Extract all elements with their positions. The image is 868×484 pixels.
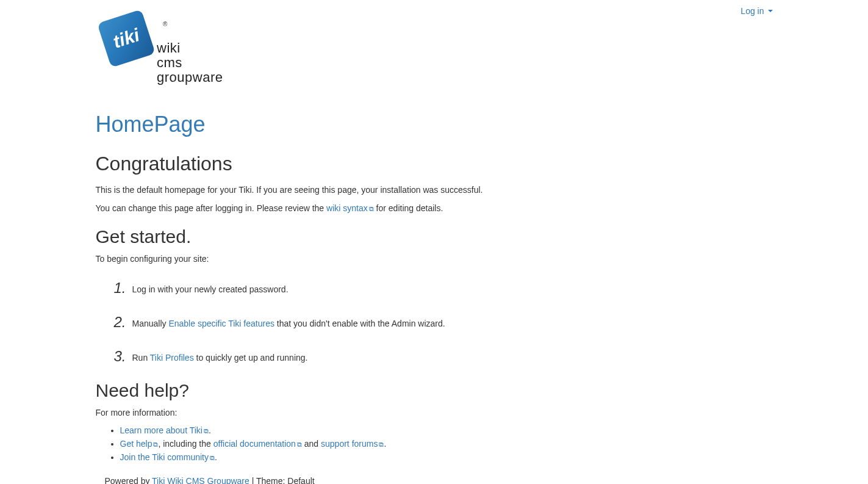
text-fragment: Powered by [105, 476, 152, 484]
tiki-profiles-link[interactable]: Tiki Profiles [150, 353, 194, 363]
external-link-icon: ⧉ [204, 427, 209, 436]
text-fragment: that you didn't enable with the Admin wi… [274, 319, 445, 328]
enable-features-link[interactable]: Enable specific Tiki features [168, 319, 274, 328]
getstarted-intro: To begin configuring your site: [96, 253, 773, 265]
external-link-icon: ⧉ [369, 204, 374, 214]
login-label: Log in [741, 6, 764, 16]
support-forums-link[interactable]: support forums⧉ [321, 439, 384, 449]
text-fragment: , including the [158, 439, 213, 449]
text-fragment: . [384, 439, 386, 449]
external-link-icon: ⧉ [210, 453, 215, 463]
main-content: Congratulations This is the default home… [96, 153, 773, 484]
help-item: Learn more about Tiki⧉. [120, 425, 773, 437]
congrats-heading: Congratulations [96, 153, 773, 175]
login-dropdown[interactable]: Log in [741, 6, 772, 16]
learn-more-link[interactable]: Learn more about Tiki⧉ [120, 425, 209, 435]
help-heading: Need help? [96, 380, 773, 401]
svg-text:groupware: groupware [157, 70, 223, 85]
svg-text:®: ® [163, 21, 168, 27]
external-link-icon: ⧉ [297, 440, 302, 449]
join-community-link[interactable]: Join the Tiki community⧉ [120, 452, 215, 462]
congrats-text-2: You can change this page after logging i… [96, 203, 773, 215]
congrats-text-1: This is the default homepage for your Ti… [96, 184, 773, 197]
footer-line: Powered by Tiki Wiki CMS Groupware | The… [96, 475, 773, 484]
svg-text:wiki: wiki [156, 40, 181, 56]
tiki-groupware-link[interactable]: Tiki Wiki CMS Groupware [152, 476, 249, 484]
page-title: HomePage [96, 112, 773, 137]
svg-text:cms: cms [157, 55, 182, 70]
chevron-down-icon [768, 10, 773, 12]
step-text: Log in with your newly created password. [132, 284, 289, 296]
step-item: Log in with your newly created password. [114, 278, 773, 296]
getstarted-steps: Log in with your newly created password.… [114, 278, 773, 364]
text-fragment: You can change this page after logging i… [96, 203, 327, 213]
text-fragment: and [302, 439, 321, 449]
help-item: Get help⧉, including the official docume… [120, 438, 773, 450]
text-fragment: Run [132, 353, 150, 363]
step-item: Run Tiki Profiles to quickly get up and … [114, 346, 773, 364]
theme-text: | Theme: Default [249, 476, 315, 484]
get-help-link[interactable]: Get help⧉ [120, 439, 159, 449]
help-intro: For more information: [96, 407, 773, 419]
text-fragment: Manually [132, 319, 169, 328]
tiki-logo-icon: tiki ® wiki cms groupware [96, 5, 248, 87]
wiki-syntax-link[interactable]: wiki syntax⧉ [326, 203, 374, 213]
site-logo[interactable]: tiki ® wiki cms groupware [96, 0, 773, 93]
text-fragment: . [215, 452, 217, 462]
text-fragment: . [209, 425, 211, 435]
getstarted-heading: Get started. [96, 226, 773, 247]
text-fragment: to quickly get up and running. [194, 353, 308, 363]
help-list: Learn more about Tiki⧉. Get help⧉, inclu… [120, 425, 773, 463]
step-item: Manually Enable specific Tiki features t… [114, 312, 773, 330]
help-item: Join the Tiki community⧉. [120, 452, 773, 464]
text-fragment: for editing details. [374, 203, 443, 213]
official-docs-link[interactable]: official documentation⧉ [213, 439, 302, 449]
